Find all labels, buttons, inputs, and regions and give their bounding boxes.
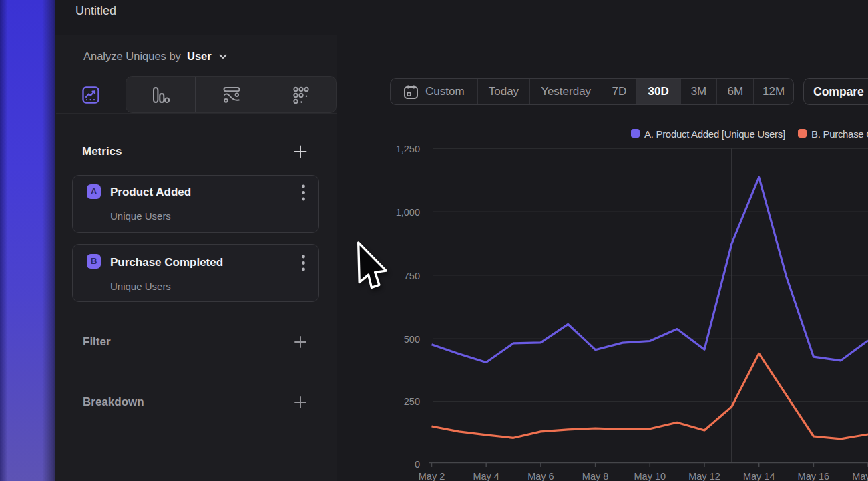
svg-text:May 10: May 10	[634, 471, 666, 481]
svg-text:250: 250	[404, 396, 420, 407]
svg-text:750: 750	[404, 271, 420, 281]
svg-text:May 8: May 8	[582, 471, 609, 481]
svg-text:May 18: May 18	[852, 471, 868, 481]
svg-text:May 2: May 2	[419, 471, 445, 481]
svg-text:May 16: May 16	[798, 471, 830, 481]
svg-text:1,000: 1,000	[396, 207, 420, 218]
svg-text:1,250: 1,250	[396, 144, 420, 154]
svg-text:0: 0	[415, 459, 420, 470]
svg-text:May 4: May 4	[473, 471, 499, 481]
svg-text:500: 500	[404, 334, 420, 345]
svg-text:May 12: May 12	[688, 471, 720, 481]
svg-text:May 6: May 6	[527, 471, 554, 481]
svg-text:May 14: May 14	[743, 471, 775, 481]
